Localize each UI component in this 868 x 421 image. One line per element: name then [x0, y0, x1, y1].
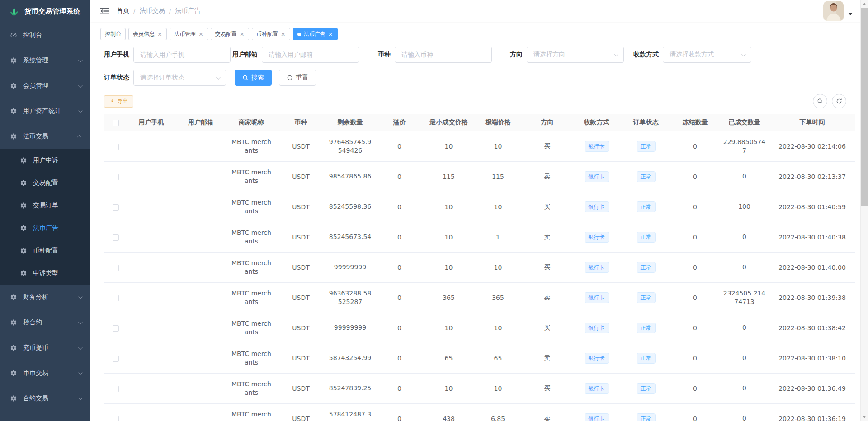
sidebar-item-trade-orders[interactable]: 交易订单 [0, 194, 90, 217]
sidebar-item-console[interactable]: 控制台 [0, 23, 90, 48]
order-status-select[interactable]: 请选择订单状态 [133, 70, 226, 86]
sidebar-item-coin-config[interactable]: 币种配置 [0, 239, 90, 262]
row-checkbox[interactable] [113, 356, 119, 362]
column-header: 订单状态 [621, 114, 670, 131]
select-placeholder: 请选择订单状态 [140, 74, 184, 82]
close-icon[interactable]: × [157, 31, 162, 37]
close-icon[interactable]: × [198, 31, 203, 37]
hamburger-fold-icon[interactable] [100, 7, 109, 15]
cell-nickname: MBTC merchants [226, 373, 276, 403]
status-tag: 正常 [637, 323, 656, 333]
tab-item[interactable]: 法币管理× [170, 28, 208, 40]
tab-item[interactable]: 交易配置× [211, 28, 249, 40]
cell-premium: 0 [375, 192, 424, 222]
search-button[interactable]: 搜索 [235, 70, 272, 86]
cell-payment: 银行卡 [572, 222, 621, 252]
cell-nickname: MBTC merchants [226, 282, 276, 313]
sidebar-item-partial-item[interactable] [0, 411, 90, 421]
breadcrumb-item[interactable]: 首页 [117, 7, 129, 15]
row-checkbox[interactable] [113, 265, 119, 271]
direction-select[interactable]: 请选择方向 [527, 47, 624, 63]
cell-text: 0 [742, 323, 746, 332]
cell-coin: USDT [276, 282, 326, 313]
gear-icon [20, 202, 27, 209]
tab-item[interactable]: 币种配置× [252, 28, 290, 40]
cell-text: MBTC merchants [231, 229, 272, 246]
search-toggle-button[interactable] [813, 94, 827, 108]
avatar[interactable] [823, 1, 844, 21]
close-icon[interactable]: × [328, 31, 333, 37]
tab-label: 会员信息 [133, 30, 155, 38]
sidebar-item-member-management[interactable]: 会员管理 [0, 73, 90, 98]
sidebar-item-fiat-ads[interactable]: 法币广告 [0, 217, 90, 239]
cell-text: 0 [742, 172, 746, 181]
cell-direction: 买 [523, 313, 572, 343]
sidebar-item-fiat-trade[interactable]: 法币交易 [0, 124, 90, 149]
payment-tag: 银行卡 [585, 353, 609, 364]
status-tag: 正常 [637, 353, 656, 364]
row-checkbox[interactable] [113, 386, 119, 392]
sidebar-item-appeal-types[interactable]: 申诉类型 [0, 262, 90, 285]
row-checkbox[interactable] [113, 416, 119, 421]
sidebar-item-second-contract[interactable]: 秒合约 [0, 310, 90, 335]
sidebar-item-user-appeal[interactable]: 用户申诉 [0, 149, 90, 172]
row-checkbox[interactable] [113, 144, 119, 150]
cell-premium: 0 [375, 252, 424, 282]
close-icon[interactable]: × [281, 31, 286, 37]
filter-user-email: 用户邮箱 [232, 47, 359, 63]
row-checkbox[interactable] [113, 295, 119, 301]
select-all-checkbox[interactable] [113, 120, 119, 126]
payment-tag: 银行卡 [585, 232, 609, 243]
filter-label: 方向 [510, 51, 523, 59]
row-checkbox[interactable] [113, 204, 119, 210]
cell-premium: 0 [375, 373, 424, 403]
table-row: MBTC merchantsUSDT85247839.2501010买银行卡正常… [104, 373, 855, 403]
table-row: MBTC merchantsUSDT85245673.540101卖银行卡正常0… [104, 222, 855, 252]
cell-email [175, 282, 226, 313]
cell-frozen: 0 [670, 252, 720, 282]
tab-item[interactable]: 会员信息× [128, 28, 167, 40]
gear-icon [10, 344, 17, 351]
dashboard-icon [10, 32, 17, 39]
cell-premium: 0 [375, 403, 424, 421]
cell-dealt: 0 [720, 222, 769, 252]
sidebar-item-user-asset-stats[interactable]: 用户资产统计 [0, 98, 90, 124]
vertical-scrollbar[interactable] [860, 0, 868, 421]
scroll-up-arrow-icon[interactable] [863, 3, 866, 5]
sidebar-item-trade-config[interactable]: 交易配置 [0, 172, 90, 194]
cell-phone [127, 343, 175, 373]
refresh-table-button[interactable] [832, 94, 846, 108]
user-phone-input[interactable] [133, 47, 231, 63]
row-checkbox[interactable] [113, 174, 119, 180]
sidebar-item-system-management[interactable]: 系统管理 [0, 48, 90, 73]
cell-status: 正常 [621, 282, 670, 313]
caret-down-icon[interactable] [848, 13, 853, 15]
reset-button-label: 重置 [296, 74, 308, 82]
sidebar-item-deposit-withdraw[interactable]: 充币提币 [0, 335, 90, 360]
user-email-input[interactable] [262, 47, 359, 63]
row-checkbox[interactable] [113, 325, 119, 332]
checkbox-cell [104, 161, 127, 192]
gear-icon [20, 157, 27, 164]
cell-status: 正常 [621, 192, 670, 222]
column-header: 收款方式 [572, 114, 621, 131]
reset-button[interactable]: 重置 [279, 70, 316, 86]
payment-select[interactable]: 请选择收款方式 [663, 47, 751, 63]
cell-text: MBTC merchants [231, 410, 272, 421]
sidebar-item-contract-trade[interactable]: 合约交易 [0, 386, 90, 411]
sidebar-item-label: 充币提币 [23, 344, 78, 352]
tab-item[interactable]: 控制台 [100, 28, 126, 40]
sidebar-item-coin-coin-trade[interactable]: 币币交易 [0, 360, 90, 386]
close-icon[interactable]: × [240, 31, 245, 37]
scroll-down-arrow-icon[interactable] [863, 416, 866, 418]
export-button[interactable]: 导出 [104, 95, 133, 108]
coin-input[interactable] [395, 47, 492, 63]
sidebar-item-finance-analysis[interactable]: 财务分析 [0, 285, 90, 310]
row-checkbox[interactable] [113, 234, 119, 241]
scrollbar-thumb[interactable] [861, 8, 868, 206]
cell-premium: 0 [375, 313, 424, 343]
cell-dealt: 0 [720, 313, 769, 343]
table-row: MBTC merchantsUSDT58743254.9906565卖银行卡正常… [104, 343, 855, 373]
tab-item[interactable]: 法币广告× [293, 28, 338, 40]
gear-icon [20, 179, 27, 187]
